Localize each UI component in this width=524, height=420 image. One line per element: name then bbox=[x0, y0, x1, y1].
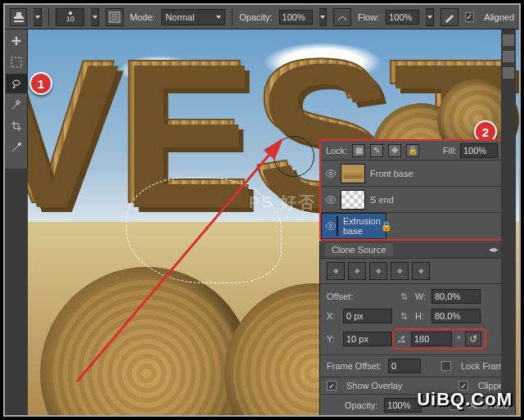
mode-label: Mode: bbox=[130, 12, 156, 22]
layer-name: S end bbox=[370, 195, 394, 205]
eyedropper-tool[interactable] bbox=[6, 138, 27, 157]
tool-preset-picker[interactable] bbox=[10, 8, 27, 26]
layers-lock-row: Lock: ▦ ✎ ✥ 🔒 Fill: 100% bbox=[321, 141, 514, 160]
flow-label: Flow: bbox=[358, 12, 379, 22]
svg-point-4 bbox=[329, 198, 332, 201]
lock-position-icon[interactable]: ✥ bbox=[388, 144, 401, 157]
link-xy-icon[interactable]: ⇅ bbox=[392, 311, 415, 322]
angle-icon: ⦨ bbox=[397, 334, 406, 344]
tool-preset-dropdown[interactable] bbox=[34, 8, 42, 26]
svg-rect-1 bbox=[11, 57, 21, 67]
layer-row[interactable]: S end bbox=[321, 187, 514, 213]
dock-icon[interactable] bbox=[503, 51, 514, 62]
show-overlay-label: Show Overlay bbox=[346, 381, 402, 391]
dock-icon[interactable] bbox=[503, 34, 514, 46]
layer-row-selected[interactable]: Extrusion base 🔒 bbox=[321, 213, 386, 239]
x-label: X: bbox=[327, 311, 343, 321]
offset-label: Offset: bbox=[327, 291, 392, 301]
airbrush-icon[interactable] bbox=[440, 8, 458, 26]
layer-thumbnail bbox=[341, 164, 365, 183]
panels-stack: Lock: ▦ ✎ ✥ 🔒 Fill: 100% Front base S bbox=[319, 139, 516, 417]
lock-frame-checkbox[interactable] bbox=[441, 361, 451, 371]
clone-source-2-icon[interactable]: ⌖ bbox=[348, 262, 366, 280]
visibility-toggle[interactable] bbox=[325, 220, 337, 232]
fill-input[interactable]: 100% bbox=[460, 143, 498, 158]
watermark-center: PS 好否 bbox=[249, 192, 316, 214]
layers-panel: Lock: ▦ ✎ ✥ 🔒 Fill: 100% Front base S bbox=[319, 139, 516, 241]
clone-source-3-icon[interactable]: ⌖ bbox=[369, 262, 387, 280]
degree-label: ° bbox=[457, 334, 460, 344]
lock-all-icon[interactable]: 🔒 bbox=[406, 144, 419, 157]
visibility-toggle[interactable] bbox=[321, 168, 341, 179]
move-tool[interactable] bbox=[6, 31, 27, 51]
pressure-opacity-icon[interactable] bbox=[333, 8, 350, 26]
watermark: UiBQ.CoM bbox=[417, 389, 513, 410]
flow-dropdown[interactable] bbox=[426, 8, 434, 26]
layer-name: Front base bbox=[370, 169, 413, 178]
layer-row[interactable]: Front base bbox=[321, 160, 514, 187]
aligned-label: Aligned bbox=[484, 12, 514, 22]
lasso-tool[interactable] bbox=[6, 74, 27, 93]
layer-lock-indicator-icon: 🔒 bbox=[381, 221, 392, 232]
flow-input[interactable]: 100% bbox=[386, 10, 419, 25]
clone-source-1-icon[interactable]: ⌖ bbox=[327, 262, 345, 280]
brush-picker-dropdown[interactable] bbox=[91, 8, 99, 26]
marquee-tool[interactable] bbox=[6, 52, 27, 72]
dock-icon[interactable] bbox=[503, 67, 514, 79]
h-label: H: bbox=[415, 311, 431, 321]
magic-wand-tool[interactable] bbox=[6, 95, 27, 115]
w-input[interactable]: 80,0% bbox=[431, 289, 481, 304]
lock-image-icon[interactable]: ✎ bbox=[370, 144, 383, 157]
layer-thumbnail bbox=[337, 216, 338, 236]
callout-1: 1 bbox=[29, 72, 52, 95]
svg-point-5 bbox=[329, 224, 332, 228]
overlay-opacity-label: Opacity: bbox=[345, 400, 377, 410]
panel-collapse-icon[interactable]: ◂▸ bbox=[489, 244, 499, 255]
opacity-label: Opacity: bbox=[239, 12, 272, 22]
reset-transform-icon[interactable]: ↺ bbox=[465, 332, 481, 346]
blend-mode-select[interactable]: Normal bbox=[161, 9, 225, 25]
w-label: W: bbox=[415, 291, 431, 301]
aligned-checkbox[interactable]: ✓ bbox=[465, 12, 475, 22]
opacity-input[interactable]: 100% bbox=[279, 10, 313, 25]
angle-input[interactable]: 180 bbox=[411, 332, 452, 346]
clone-source-5-icon[interactable]: ⌖ bbox=[412, 262, 430, 280]
clone-source-4-icon[interactable]: ⌖ bbox=[391, 262, 409, 280]
options-bar: 10 Mode: Normal Opacity: 100% Flow: 100%… bbox=[5, 5, 519, 29]
h-input[interactable]: 80,0% bbox=[431, 309, 481, 323]
collapsed-panel-dock bbox=[501, 29, 516, 406]
frame-offset-input[interactable]: 0 bbox=[388, 359, 421, 373]
lock-transparent-icon[interactable]: ▦ bbox=[352, 144, 365, 157]
brush-preview[interactable]: 10 bbox=[56, 8, 84, 26]
link-wh-icon[interactable]: ⇅ bbox=[392, 291, 415, 302]
brush-size-value: 10 bbox=[66, 16, 75, 23]
y-input[interactable]: 10 px bbox=[343, 332, 392, 346]
blend-mode-value: Normal bbox=[165, 12, 194, 22]
clone-source-tab[interactable]: Clone Source bbox=[325, 243, 393, 256]
x-input[interactable]: 0 px bbox=[343, 309, 392, 323]
show-overlay-checkbox[interactable]: ✓ bbox=[327, 381, 337, 391]
opacity-dropdown[interactable] bbox=[319, 8, 328, 26]
visibility-toggle[interactable] bbox=[321, 194, 341, 205]
brush-cursor bbox=[273, 136, 314, 177]
fill-label: Fill: bbox=[443, 146, 457, 156]
brush-panel-toggle-icon[interactable] bbox=[106, 8, 123, 26]
tools-panel bbox=[5, 29, 28, 169]
layer-name: Extrusion base bbox=[343, 216, 381, 236]
lock-label: Lock: bbox=[326, 146, 347, 156]
layer-thumbnail bbox=[341, 190, 365, 210]
y-label: Y: bbox=[327, 334, 343, 344]
svg-point-3 bbox=[329, 172, 332, 175]
crop-tool[interactable] bbox=[6, 116, 27, 136]
frame-offset-label: Frame Offset: bbox=[327, 361, 382, 371]
